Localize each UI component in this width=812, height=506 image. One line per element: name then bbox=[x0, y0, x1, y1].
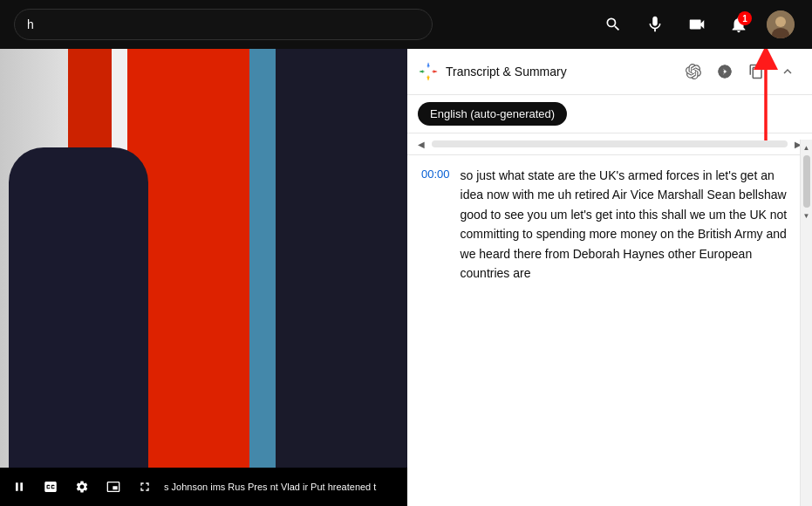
top-bar-icons: 1 bbox=[596, 7, 798, 42]
svg-marker-6 bbox=[432, 71, 438, 73]
video-area: s Johnson ims Rus Pres nt Vlad ir Put hr… bbox=[0, 49, 407, 506]
scroll-up-button[interactable]: ▲ bbox=[802, 141, 812, 154]
notification-badge: 1 bbox=[738, 11, 752, 25]
transcript-content[interactable]: 00:00 so just what state are the UK's ar… bbox=[407, 155, 812, 506]
person-silhouette bbox=[0, 112, 174, 468]
play-pause-button[interactable] bbox=[7, 475, 31, 499]
search-box[interactable]: h bbox=[14, 9, 433, 40]
notifications-icon-button[interactable]: 1 bbox=[721, 7, 756, 42]
transcript-entry: 00:00 so just what state are the UK's ar… bbox=[421, 166, 788, 283]
captions-button[interactable] bbox=[38, 475, 63, 499]
avatar bbox=[767, 10, 795, 38]
copy-icon-button[interactable] bbox=[742, 58, 770, 85]
create-icon-button[interactable] bbox=[679, 7, 714, 42]
timestamp[interactable]: 00:00 bbox=[421, 166, 450, 283]
scroll-down-button[interactable]: ▼ bbox=[802, 209, 812, 222]
avatar-button[interactable] bbox=[763, 7, 798, 42]
video-bg-strip-6 bbox=[276, 49, 407, 468]
chatgpt-icon-button[interactable] bbox=[679, 58, 707, 85]
subtitles-text: s Johnson ims Rus Pres nt Vlad ir Put hr… bbox=[164, 482, 400, 492]
svg-point-1 bbox=[775, 17, 786, 27]
svg-marker-4 bbox=[427, 63, 430, 69]
miniplayer-button[interactable] bbox=[101, 475, 126, 499]
transcript-panel: Transcript & Summary bbox=[407, 49, 812, 506]
language-selector-area: English (auto-generated) bbox=[407, 95, 812, 133]
search-icon-button[interactable] bbox=[596, 7, 631, 42]
gemini-logo bbox=[418, 61, 439, 82]
mic-icon-button[interactable] bbox=[638, 7, 672, 42]
language-pill[interactable]: English (auto-generated) bbox=[418, 102, 567, 126]
panel-icons bbox=[679, 58, 802, 85]
svg-marker-8 bbox=[427, 75, 430, 81]
person-body bbox=[9, 147, 148, 468]
scroll-thumb[interactable] bbox=[803, 155, 810, 208]
search-input[interactable]: h bbox=[27, 17, 420, 31]
panel-header: Transcript & Summary bbox=[407, 49, 812, 95]
top-bar: h 1 bbox=[0, 0, 812, 49]
video-scene bbox=[0, 49, 407, 468]
transcript-text: so just what state are the UK's armed fo… bbox=[461, 166, 788, 283]
panel-title: Transcript & Summary bbox=[446, 64, 672, 79]
scroll-left-button[interactable]: ◀ bbox=[414, 137, 428, 151]
horizontal-scroll-bar: ◀ ▶ bbox=[407, 133, 812, 155]
collapse-icon-button[interactable] bbox=[774, 58, 802, 85]
avatar-image bbox=[767, 10, 795, 38]
svg-marker-10 bbox=[420, 71, 426, 73]
h-scroll-track[interactable] bbox=[432, 140, 788, 147]
video-controls: s Johnson ims Rus Pres nt Vlad ir Put hr… bbox=[0, 468, 407, 506]
vertical-scrollbar: ▲ ▼ bbox=[800, 140, 812, 506]
settings-button[interactable] bbox=[70, 475, 94, 499]
settings-icon-button[interactable] bbox=[711, 58, 739, 85]
fullscreen-button[interactable] bbox=[133, 475, 157, 499]
video-bg-strip-5 bbox=[249, 49, 276, 468]
main-content: s Johnson ims Rus Pres nt Vlad ir Put hr… bbox=[0, 49, 812, 506]
